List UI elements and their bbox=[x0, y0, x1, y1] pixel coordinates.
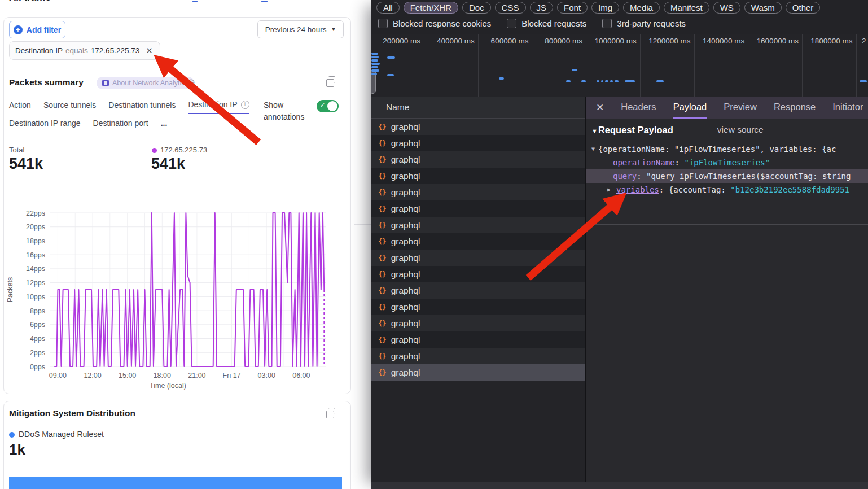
checkbox-blocked-response-cookies[interactable]: Blocked response cookies bbox=[378, 19, 491, 28]
packets-timeseries-chart[interactable]: 0pps2pps4pps6pps8pps10pps12pps14pps16pps… bbox=[0, 200, 361, 395]
filter-pill-css[interactable]: CSS bbox=[495, 2, 526, 14]
network-request-row[interactable]: {}graphql bbox=[371, 331, 585, 348]
request-name: graphql bbox=[391, 368, 420, 378]
filter-pill-fetch-xhr[interactable]: Fetch/XHR bbox=[404, 2, 458, 14]
payload-tree-line[interactable]: query: "query ipFlowTimeseries($accountT… bbox=[586, 169, 868, 183]
timeline-tick-label: 800000 ms bbox=[545, 37, 582, 45]
payload-tree-line[interactable]: ▶variables: {accountTag: "b12e3b2192ee55… bbox=[586, 183, 868, 197]
checkbox-icon[interactable] bbox=[602, 19, 612, 28]
network-request-row[interactable]: {}graphql bbox=[371, 315, 585, 331]
network-request-row[interactable]: {}graphql bbox=[371, 135, 585, 151]
request-name: graphql bbox=[391, 335, 420, 345]
timeline-gridline bbox=[424, 34, 424, 97]
network-request-row[interactable]: {}graphql bbox=[371, 250, 585, 266]
network-request-row[interactable]: {}graphql bbox=[371, 299, 585, 315]
checkbox-icon[interactable] bbox=[378, 19, 388, 28]
mitigation-value: 1k bbox=[9, 441, 25, 459]
network-request-row[interactable]: {}graphql bbox=[371, 266, 585, 282]
copy-panel-icon[interactable] bbox=[326, 411, 334, 418]
timeline-request-bar bbox=[601, 80, 603, 82]
svg-text:0pps: 0pps bbox=[30, 363, 45, 371]
payload-tree-line[interactable]: operationName: "ipFlowTimeseries" bbox=[586, 156, 868, 169]
show-annotations-toggle[interactable]: ✓ bbox=[317, 100, 339, 112]
details-tab-initiator[interactable]: Initiator bbox=[832, 97, 863, 119]
filter-pill-ws[interactable]: WS bbox=[713, 2, 740, 14]
filter-pill-manifest[interactable]: Manifest bbox=[664, 2, 709, 14]
network-request-row[interactable]: {}graphql bbox=[371, 184, 585, 200]
tab-source-tunnels[interactable]: Source tunnels bbox=[43, 100, 96, 114]
filter-pill-font[interactable]: Font bbox=[557, 2, 588, 14]
network-request-row[interactable]: {}graphql bbox=[371, 282, 585, 299]
caret-down-icon: ▼ bbox=[331, 27, 336, 32]
request-list-header[interactable]: Name bbox=[371, 97, 585, 119]
network-request-row[interactable]: {}graphql bbox=[371, 348, 585, 364]
details-tab-preview[interactable]: Preview bbox=[724, 97, 757, 119]
filter-pill-img[interactable]: Img bbox=[591, 2, 619, 14]
payload-line-text: {operationName: "ipFlowTimeseries", vari… bbox=[598, 142, 836, 156]
filter-pill-media[interactable]: Media bbox=[623, 2, 660, 14]
tab-destination-port[interactable]: Destination port bbox=[93, 119, 148, 132]
timeline-request-bar bbox=[371, 56, 379, 58]
payload-tree-line[interactable]: ▼{operationName: "ipFlowTimeseries", var… bbox=[586, 142, 868, 156]
remove-filter-icon[interactable]: ✕ bbox=[146, 46, 153, 56]
stat-total-value: 541k bbox=[9, 155, 43, 173]
checkbox-3rd-party-requests[interactable]: 3rd-party requests bbox=[602, 19, 686, 28]
filter-chip[interactable]: Destination IP equals 172.65.225.73 ✕ bbox=[9, 41, 160, 60]
network-request-row[interactable]: {}graphql bbox=[371, 364, 585, 381]
details-tab-headers[interactable]: Headers bbox=[621, 97, 656, 119]
svg-text:22pps: 22pps bbox=[26, 209, 45, 217]
add-filter-button[interactable]: + Add filter bbox=[9, 21, 65, 38]
checkbox-blocked-requests[interactable]: Blocked requests bbox=[507, 19, 586, 28]
svg-text:Packets: Packets bbox=[6, 277, 14, 302]
scrollbar[interactable] bbox=[866, 97, 866, 489]
timeline-request-bar bbox=[371, 63, 380, 65]
filter-pill-js[interactable]: JS bbox=[530, 2, 554, 14]
network-request-row[interactable]: {}graphql bbox=[371, 217, 585, 233]
filter-operator: equals bbox=[65, 46, 88, 55]
filter-pill-doc[interactable]: Doc bbox=[462, 2, 491, 14]
expanded-triangle-icon[interactable]: ▼ bbox=[591, 142, 595, 156]
checkbox-icon[interactable] bbox=[507, 19, 516, 28]
network-request-row[interactable]: {}graphql bbox=[371, 151, 585, 168]
divider bbox=[586, 224, 868, 225]
curly-braces-icon: {} bbox=[378, 237, 386, 246]
tab-destination-tunnels[interactable]: Destination tunnels bbox=[108, 100, 176, 114]
request-payload-title[interactable]: ▼Request Payload bbox=[591, 125, 673, 136]
network-request-row[interactable]: {}graphql bbox=[371, 233, 585, 250]
request-name: graphql bbox=[391, 302, 420, 312]
svg-text:10pps: 10pps bbox=[26, 293, 45, 301]
tab-destination-ip[interactable]: Destination IPi bbox=[188, 100, 249, 114]
curly-braces-icon: {} bbox=[378, 221, 386, 229]
mitigation-title: Mitigation System Distribution bbox=[9, 408, 135, 418]
about-network-analytics-badge[interactable]: About Network Analytics bbox=[97, 77, 194, 89]
filter-pill-other[interactable]: Other bbox=[786, 2, 821, 14]
collapsed-triangle-icon[interactable]: ▶ bbox=[607, 183, 611, 197]
network-overview-timeline[interactable]: 200000 ms400000 ms600000 ms800000 ms1000… bbox=[371, 34, 868, 97]
mitigation-bar[interactable] bbox=[9, 477, 342, 489]
filter-pill-wasm[interactable]: Wasm bbox=[744, 2, 782, 14]
tab-destination-ip-range[interactable]: Destination IP range bbox=[9, 119, 81, 132]
view-source-link[interactable]: view source bbox=[717, 125, 764, 135]
svg-text:03:00: 03:00 bbox=[258, 372, 275, 379]
timeline-request-bar bbox=[387, 56, 395, 59]
network-request-row[interactable]: {}graphql bbox=[371, 119, 585, 135]
time-range-dropdown[interactable]: Previous 24 hours ▼ bbox=[257, 20, 344, 38]
tabs-overflow-button[interactable]: ... bbox=[161, 119, 168, 132]
filter-pill-all[interactable]: All bbox=[376, 2, 400, 14]
network-request-row[interactable]: {}graphql bbox=[371, 168, 585, 184]
request-name: graphql bbox=[391, 269, 420, 280]
add-filter-label: Add filter bbox=[27, 25, 61, 34]
details-tab-payload[interactable]: Payload bbox=[673, 97, 707, 119]
payload-line-text: query: "query ipFlowTimeseries($accountT… bbox=[613, 169, 851, 183]
close-icon[interactable]: ✕ bbox=[596, 102, 604, 113]
copy-panel-icon[interactable] bbox=[326, 79, 334, 87]
clipped-toolbar-icon bbox=[192, 1, 198, 2]
curly-braces-icon: {} bbox=[378, 286, 386, 295]
timeline-request-bar bbox=[371, 66, 378, 68]
curly-braces-icon: {} bbox=[378, 335, 386, 344]
network-request-row[interactable]: {}graphql bbox=[371, 200, 585, 217]
payload-line-text: variables: {accountTag: "b12e3b2192ee558… bbox=[616, 183, 849, 197]
details-tab-response[interactable]: Response bbox=[774, 97, 816, 119]
tab-action[interactable]: Action bbox=[9, 100, 31, 114]
timeline-tick-label: 2 bbox=[862, 37, 866, 45]
